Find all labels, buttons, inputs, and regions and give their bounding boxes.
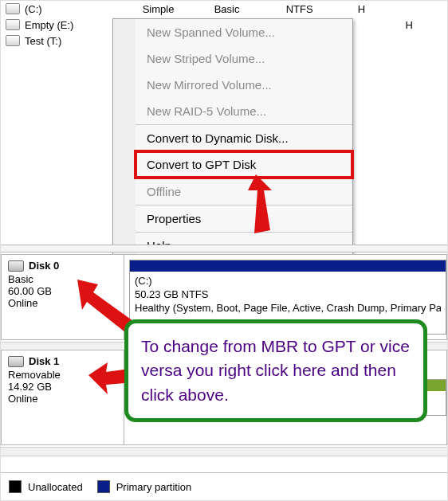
partition-status: Healthy (System, Boot, Page File, Active… bbox=[135, 302, 441, 315]
partition-label: (C:) bbox=[135, 275, 441, 288]
drive-icon bbox=[6, 35, 20, 46]
menu-new-spanned: New Spanned Volume... bbox=[136, 19, 352, 45]
row-gap bbox=[1, 447, 447, 456]
disk-type: Basic bbox=[8, 273, 117, 285]
menu-properties[interactable]: Properties bbox=[136, 205, 352, 232]
legend: Unallocated Primary partition bbox=[1, 472, 447, 500]
partition-size: 50.23 GB NTFS bbox=[135, 288, 441, 302]
disk-status: Online bbox=[8, 297, 117, 309]
volume-cells: SimpleBasicNTFSH bbox=[143, 3, 398, 15]
drive-icon bbox=[6, 19, 20, 30]
disk-status: Online bbox=[8, 393, 117, 405]
pane-splitter[interactable] bbox=[1, 245, 447, 252]
legend-swatch-primary bbox=[97, 480, 110, 493]
drive-icon bbox=[6, 3, 20, 14]
disk-title: Disk 1 bbox=[29, 355, 59, 367]
context-menu: New Spanned Volume... New Striped Volume… bbox=[112, 18, 353, 260]
disk-title: Disk 0 bbox=[29, 260, 59, 272]
volume-label: Empty (E:) bbox=[25, 19, 73, 31]
legend-label-primary: Primary partition bbox=[116, 481, 192, 493]
disk-size: 14.92 GB bbox=[8, 381, 117, 393]
disk-type: Removable bbox=[8, 369, 117, 381]
legend-label-unallocated: Unallocated bbox=[28, 481, 83, 493]
volume-label: Test (T:) bbox=[25, 35, 61, 47]
menu-offline: Offline bbox=[136, 178, 352, 205]
annotation-callout: To change from MBR to GPT or vice versa … bbox=[124, 319, 427, 422]
volume-row[interactable]: (C:) SimpleBasicNTFSH bbox=[1, 1, 447, 17]
disk-icon bbox=[8, 356, 24, 367]
menu-new-striped: New Striped Volume... bbox=[136, 45, 352, 72]
menu-new-raid5: New RAID-5 Volume... bbox=[136, 98, 352, 124]
disk-size: 60.00 GB bbox=[8, 285, 117, 297]
volume-label: (C:) bbox=[25, 3, 42, 15]
menu-new-mirrored: New Mirrored Volume... bbox=[136, 72, 352, 98]
menu-convert-gpt[interactable]: Convert to GPT Disk bbox=[136, 151, 352, 178]
disk-icon bbox=[8, 260, 24, 272]
menu-convert-dynamic[interactable]: Convert to Dynamic Disk... bbox=[136, 125, 352, 151]
callout-text: To change from MBR to GPT or vice versa … bbox=[141, 337, 410, 404]
partition-color-bar bbox=[130, 260, 446, 272]
disk-0-info[interactable]: Disk 0 Basic 60.00 GB Online bbox=[1, 254, 124, 340]
disk-1-info[interactable]: Disk 1 Removable 14.92 GB Online bbox=[1, 350, 124, 445]
legend-swatch-unallocated bbox=[9, 480, 22, 493]
